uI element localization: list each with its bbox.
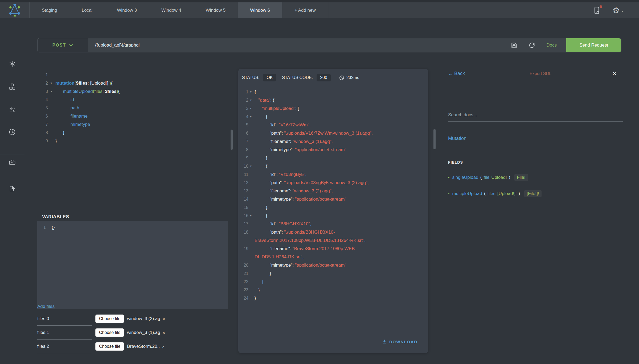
field-return-type[interactable]: [File!]!	[524, 190, 541, 197]
code-line-4: 4▾ {	[242, 113, 428, 121]
file-row: files.1Choose filewindow_3 (1).ag×	[37, 326, 229, 340]
download-icon	[382, 339, 387, 344]
send-request-button[interactable]: Send Request	[566, 38, 621, 52]
response-scrollbar-thumb[interactable]	[433, 129, 436, 149]
code-line-22: 22 ]	[242, 278, 428, 286]
status-code-badge: 200	[317, 74, 331, 81]
gear-icon: ⚙	[613, 6, 620, 14]
toolbox-icon[interactable]	[9, 158, 16, 166]
download-button[interactable]: DOWNLOAD	[382, 339, 417, 344]
query-scrollbar-thumb[interactable]	[231, 130, 233, 150]
status-label: STATUS:	[242, 75, 259, 80]
fold-arrow-icon[interactable]: ▾	[248, 164, 252, 168]
remove-file-icon[interactable]: ×	[163, 330, 165, 335]
choose-file-button[interactable]: Choose file	[95, 342, 124, 351]
code-line-14: 14 "mimetype": "application/octet-stream…	[242, 195, 428, 203]
field-return-type[interactable]: File!	[514, 174, 528, 181]
save-icon[interactable]	[511, 42, 517, 49]
fold-arrow-icon[interactable]: ▾	[48, 81, 53, 85]
code-line-wrap: DL.DD5.1.H264-RK.srt",	[242, 253, 428, 261]
query-editor[interactable]: 12▾mutation($files: [Upload!]!){3▾ multi…	[37, 71, 232, 145]
field-arg-name: file	[484, 175, 489, 180]
field-name-link[interactable]: singleUpload	[452, 175, 478, 180]
code-line-1: 1▾{	[242, 88, 428, 96]
tab-local[interactable]: Local	[69, 2, 105, 18]
method-label: POST	[52, 43, 66, 48]
fold-arrow-icon[interactable]: ▾	[248, 90, 252, 94]
field-arg-type: [Upload!]!	[497, 191, 517, 196]
request-bar: POST {{upload_api}}/graphql Docs Send Re…	[37, 38, 621, 52]
docs-field-row: ●multipleUpload(files[Upload!]!)[File!]!	[448, 185, 542, 202]
docs-panel: ← Back Export SDL ✕ Mutation FIELDS ●sin…	[442, 69, 639, 79]
tab-window-4[interactable]: Window 4	[149, 2, 194, 18]
open-paren: (	[480, 175, 482, 180]
swap-arrows-icon[interactable]	[9, 106, 16, 114]
field-name-link[interactable]: multipleUpload	[452, 191, 482, 196]
file-key-input[interactable]: files.1	[37, 326, 92, 340]
remove-file-icon[interactable]: ×	[162, 344, 165, 349]
choose-file-button[interactable]: Choose file	[95, 315, 124, 323]
code-line-17: 17 "id": "B8HGHXfX10",	[242, 220, 428, 228]
fold-arrow-icon[interactable]: ▾	[248, 214, 252, 217]
code-line-6: 6 "path": "./uploads/V16r7ZwlWm-window_3…	[242, 129, 428, 137]
docs-close-icon[interactable]: ✕	[612, 70, 617, 77]
tab-bar: StagingLocalWindow 3Window 4Window 5Wind…	[30, 2, 328, 18]
tab-window-3[interactable]: Window 3	[105, 2, 149, 18]
collections-cubes-icon[interactable]	[9, 83, 16, 90]
docs-mutation-link[interactable]: Mutation	[448, 136, 466, 141]
fold-arrow-icon[interactable]: ▾	[248, 98, 252, 102]
code-line-11: 11 "id": "Vz03ngBy5",	[242, 170, 428, 179]
code-line-8: 8 }	[37, 129, 232, 137]
code-line-13: 13 "filename": "window_3 (2).agq",	[242, 187, 428, 195]
file-key-input[interactable]: files.2	[37, 340, 92, 353]
method-dropdown[interactable]: POST	[38, 38, 88, 52]
code-line-wrap: BraveStorm.2017.1080p.WEB-DL.DD5.1.H264-…	[242, 236, 428, 245]
code-line-21: 21 }	[242, 269, 428, 278]
variables-editor[interactable]: 1{}	[37, 221, 228, 309]
open-paren: (	[484, 191, 486, 196]
file-upload-rows: files.0Choose filewindow_3 (2).ag×files.…	[37, 312, 229, 353]
docs-search-input[interactable]	[448, 111, 623, 122]
status-badge: OK	[263, 74, 276, 81]
code-line-19: 19 "filename": "BraveStorm.2017.1080p.WE…	[242, 245, 428, 253]
export-document-icon[interactable]	[9, 185, 16, 192]
docs-toggle-link[interactable]: Docs	[546, 43, 557, 48]
chevron-down-icon: ⌄	[621, 8, 624, 13]
export-sdl-link[interactable]: Export SDL	[442, 71, 639, 76]
code-line-5: 5 "id": "V16r7ZwlWm",	[242, 121, 428, 129]
fold-arrow-icon[interactable]: ▾	[248, 115, 252, 118]
remove-file-icon[interactable]: ×	[163, 317, 165, 321]
top-bar: StagingLocalWindow 3Window 4Window 5Wind…	[0, 0, 639, 18]
fold-arrow-icon[interactable]: ▾	[248, 107, 252, 110]
add-new-tab[interactable]: + Add new	[282, 2, 328, 18]
tab-staging[interactable]: Staging	[30, 2, 69, 18]
response-body: 1▾{2▾ "data": {3▾ "multipleUpload": [4▾ …	[238, 88, 428, 302]
code-line-15: 15 },	[242, 203, 428, 212]
choose-file-button[interactable]: Choose file	[95, 328, 124, 337]
history-clock-icon[interactable]	[9, 128, 16, 136]
asterisk-icon[interactable]	[9, 60, 16, 68]
graphql-logo-icon	[9, 4, 21, 16]
left-sidebar	[0, 18, 24, 364]
code-line-8: 8 "mimetype": "application/octet-stream"	[242, 146, 428, 154]
response-panel: STATUS: OK STATUS CODE: 200 232ms 1▾{2▾ …	[238, 69, 428, 353]
file-name-label: window_3 (1).ag	[127, 330, 160, 335]
refresh-icon[interactable]	[529, 42, 535, 49]
variables-heading: VARIABLES	[42, 214, 69, 220]
add-files-link[interactable]: Add files	[37, 304, 55, 309]
app-logo	[0, 2, 30, 18]
fold-arrow-icon[interactable]: ▾	[48, 90, 53, 93]
response-header: STATUS: OK STATUS CODE: 200 232ms	[238, 69, 428, 81]
field-arg-name: files	[488, 191, 495, 196]
file-row: files.0Choose filewindow_3 (2).ag×	[37, 312, 229, 326]
plugins-panel-icon[interactable]	[593, 6, 601, 14]
url-input[interactable]: {{upload_api}}/graphql	[95, 43, 511, 48]
clock-icon	[339, 75, 344, 80]
settings-menu[interactable]: ⚙ ⌄	[613, 6, 624, 14]
tab-window-6[interactable]: Window 6	[238, 2, 282, 18]
file-key-input[interactable]: files.0	[37, 312, 92, 326]
status-code-label: STATUS CODE:	[282, 75, 313, 80]
tab-window-5[interactable]: Window 5	[194, 2, 238, 18]
code-line-9: 9}	[37, 137, 232, 145]
code-line-3: 3▾ "multipleUpload": [	[242, 104, 428, 113]
